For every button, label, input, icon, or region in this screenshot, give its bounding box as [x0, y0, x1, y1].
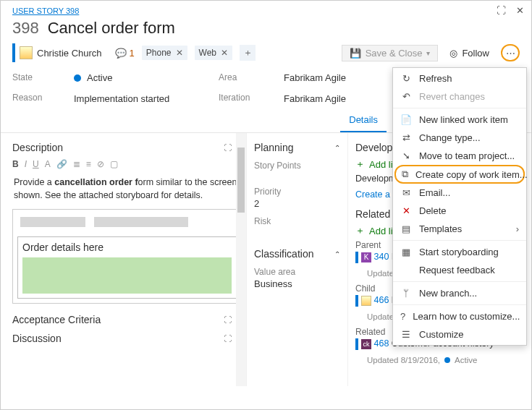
acceptance-heading: Acceptance Criteria [12, 314, 101, 325]
maximize-icon[interactable]: ⛶ [497, 5, 506, 16]
customize-icon: ☰ [400, 329, 412, 340]
iteration-label: Iteration [219, 93, 262, 103]
work-item-id: 398 [12, 19, 39, 38]
save-close-button: 💾 Save & Close ▾ [342, 45, 439, 61]
italic-icon[interactable]: I [25, 159, 27, 169]
chevron-right-icon: › [516, 223, 519, 234]
risk-label: Risk [254, 216, 340, 226]
more-actions-button[interactable]: ⋯ [501, 44, 520, 61]
email-icon: ✉ [400, 187, 412, 198]
menu-revert: ↶Revert changes [393, 87, 526, 106]
link-icon[interactable]: 🔗 [56, 159, 67, 169]
menu-customize[interactable]: ☰Customize [393, 325, 526, 343]
comments-indicator[interactable]: 💬 1 [115, 48, 135, 59]
menu-refresh[interactable]: ↻Refresh [393, 69, 526, 87]
template-icon: ▤ [400, 223, 412, 234]
area-label: Area [219, 72, 262, 82]
plus-icon: ＋ [355, 224, 365, 237]
help-icon: ? [400, 311, 405, 322]
breadcrumb-link[interactable]: USER STORY 398 [12, 7, 79, 15]
bullet-list-icon[interactable]: ≣ [73, 159, 80, 169]
close-icon[interactable]: ✕ [516, 5, 524, 16]
storyboard-icon: ▦ [400, 247, 412, 257]
expand-icon[interactable]: ⛶ [224, 315, 232, 324]
reason-label: Reason [12, 93, 52, 103]
tag-web[interactable]: Web ✕ [195, 46, 232, 60]
scrollbar[interactable] [236, 133, 246, 386]
save-icon: 💾 [350, 48, 361, 59]
state-label: State [12, 72, 52, 82]
copy-icon: ⧉ [402, 168, 408, 180]
planning-heading: Planning [254, 142, 294, 153]
state-dot-icon [74, 74, 81, 82]
tab-details[interactable]: Details [340, 108, 387, 132]
menu-move-project[interactable]: ➘Move to team project... [393, 147, 526, 165]
value-area-label: Value area [254, 267, 340, 277]
priority-label: Priority [254, 187, 340, 197]
tag-remove-icon[interactable]: ✕ [221, 48, 228, 58]
menu-new-branch[interactable]: ᛘNew branch... [393, 284, 526, 302]
comment-icon: 💬 [115, 48, 127, 59]
work-item-title[interactable]: Cancel order form [48, 19, 175, 38]
avatar-icon [20, 46, 33, 59]
eye-icon: ◎ [449, 48, 457, 59]
state-field[interactable]: Active [74, 72, 197, 83]
description-text[interactable]: Provide a cancellation order form simila… [12, 174, 242, 205]
menu-storyboard[interactable]: ▦Start storyboarding [393, 243, 526, 261]
comment-count: 1 [130, 48, 135, 59]
change-type-icon: ⇄ [400, 132, 412, 143]
menu-new-linked[interactable]: 📄New linked work item [393, 111, 526, 129]
add-tag-button[interactable]: ＋ [240, 45, 256, 61]
refresh-icon: ↻ [400, 73, 412, 84]
menu-templates[interactable]: ▤Templates› [393, 220, 526, 238]
actions-menu: ↻Refresh ↶Revert changes 📄New linked wor… [392, 67, 527, 346]
discussion-heading: Discussion [12, 333, 62, 344]
priority-value[interactable]: 2 [254, 198, 340, 209]
description-heading: Description [12, 142, 63, 153]
menu-create-copy[interactable]: ⧉Create copy of work item... [394, 165, 525, 184]
plus-icon: ＋ [355, 158, 365, 171]
chevron-down-icon: ▾ [426, 49, 430, 57]
assignee-field[interactable]: Christie Church [12, 43, 102, 62]
bold-icon[interactable]: B [12, 159, 19, 169]
area-field[interactable]: Fabrikam Agile [284, 72, 346, 83]
ellipsis-icon: ⋯ [506, 48, 515, 59]
clear-format-icon[interactable]: ⊘ [97, 159, 104, 169]
expand-icon[interactable]: ⛶ [224, 334, 232, 343]
classification-heading: Classification [254, 248, 313, 260]
chevron-up-icon[interactable]: ⌃ [334, 250, 340, 258]
delete-icon: ✕ [400, 205, 412, 216]
menu-feedback[interactable]: Request feedback [393, 261, 526, 279]
new-item-icon: 📄 [400, 114, 412, 125]
chevron-up-icon[interactable]: ⌃ [334, 144, 340, 152]
menu-learn-customize[interactable]: ?Learn how to customize... [393, 307, 526, 325]
reason-field[interactable]: Implementation started [74, 93, 197, 104]
numbered-list-icon[interactable]: ≡ [86, 159, 91, 169]
follow-button[interactable]: ◎ Follow [445, 46, 494, 61]
tag-phone[interactable]: Phone ✕ [142, 46, 187, 60]
menu-change-type[interactable]: ⇄Change type... [393, 129, 526, 147]
mockup-image: Order details here [12, 209, 242, 304]
image-icon[interactable]: ▢ [110, 159, 118, 169]
expand-icon[interactable]: ⛶ [224, 143, 232, 152]
value-area-value[interactable]: Business [254, 278, 340, 289]
rich-text-toolbar[interactable]: B I U A 🔗 ≣ ≡ ⊘ ▢ [12, 158, 242, 174]
menu-delete[interactable]: ✕Delete [393, 202, 526, 220]
font-color-icon[interactable]: A [45, 159, 51, 169]
branch-icon: ᛘ [400, 288, 412, 299]
tag-remove-icon[interactable]: ✕ [176, 48, 183, 58]
move-icon: ➘ [400, 150, 412, 161]
iteration-field[interactable]: Fabrikam Agile [284, 93, 346, 104]
assignee-name: Christie Church [37, 48, 102, 59]
underline-icon[interactable]: U [33, 159, 39, 169]
undo-icon: ↶ [400, 91, 412, 102]
menu-email[interactable]: ✉Email... [393, 184, 526, 202]
story-points-label: Story Points [254, 161, 340, 171]
